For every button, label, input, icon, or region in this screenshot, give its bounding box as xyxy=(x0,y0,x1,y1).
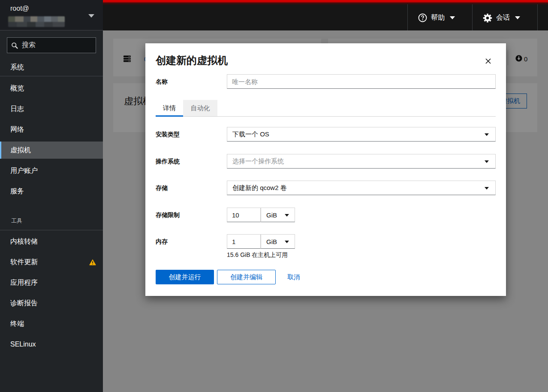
sidebar-item-label: 系统 xyxy=(10,63,24,72)
sidebar-item-label: 软件更新 xyxy=(10,258,38,267)
hostname-redacted xyxy=(8,16,65,27)
close-button[interactable] xyxy=(484,57,492,65)
memory-input[interactable] xyxy=(227,234,261,249)
memory-helper-text: 15.6 GiB 在主机上可用 xyxy=(227,251,288,259)
sidebar-item-label: 网络 xyxy=(10,125,24,134)
sidebar-item-networking[interactable]: 网络 xyxy=(0,121,103,138)
sidebar-item-label: 应用程序 xyxy=(10,278,38,287)
superuser-danger-stripe xyxy=(103,0,548,5)
operating-system-select[interactable]: 选择一个操作系统 xyxy=(227,154,496,169)
chevron-down-icon xyxy=(515,16,520,19)
sidebar-item-virtual-machines[interactable]: 虚拟机 xyxy=(0,142,103,159)
caret-down-icon xyxy=(285,214,289,217)
sidebar-divider xyxy=(0,230,103,230)
sidebar-item-label: 概览 xyxy=(10,84,24,93)
sidebar-item-accounts[interactable]: 用户账户 xyxy=(0,162,103,179)
masthead-divider xyxy=(537,4,538,30)
close-icon xyxy=(485,58,491,64)
sidebar-item-label: 内核转储 xyxy=(10,237,38,246)
dialog-tabs: 详情 自动化 xyxy=(156,100,496,117)
caret-down-icon xyxy=(285,241,289,243)
select-value: GiB xyxy=(266,211,277,219)
chevron-down-icon xyxy=(450,16,455,19)
help-menu-button[interactable]: 帮助 xyxy=(408,5,472,30)
sidebar-item-diagnostic-reports[interactable]: 诊断报告 xyxy=(0,295,103,312)
installation-type-label: 安装类型 xyxy=(156,131,224,139)
gear-icon xyxy=(483,13,492,23)
sidebar-item-terminal[interactable]: 终端 xyxy=(0,315,103,332)
installation-type-select[interactable]: 下载一个 OS xyxy=(227,127,496,142)
help-label: 帮助 xyxy=(431,13,445,22)
sidebar-item-software-updates[interactable]: 软件更新 xyxy=(0,253,103,271)
masthead: 帮助 会话 xyxy=(103,0,548,30)
search-placeholder: 搜索 xyxy=(22,41,36,50)
warning-icon xyxy=(89,259,96,265)
logged-in-user: root@ xyxy=(10,5,29,12)
storage-limit-input[interactable] xyxy=(227,208,261,222)
sidebar-item-label: 日志 xyxy=(10,105,24,114)
vm-name-input[interactable] xyxy=(227,74,496,89)
tab-label: 自动化 xyxy=(191,104,210,112)
help-icon xyxy=(418,13,427,22)
create-vm-dialog: 创建新的虚拟机 名称 详情 自动化 安装类型 下载一个 OS 操作系统 选择一个… xyxy=(145,43,506,296)
storage-label: 存储 xyxy=(156,184,224,192)
select-placeholder: 选择一个操作系统 xyxy=(232,157,284,166)
sidebar-search-input[interactable]: 搜索 xyxy=(7,37,96,53)
select-value: 下载一个 OS xyxy=(232,130,269,139)
sidebar: root@ 搜索 系统 概览 日志 网络 虚拟机 用户账户 xyxy=(0,0,103,392)
memory-label: 内存 xyxy=(156,238,224,246)
tab-label: 详情 xyxy=(163,104,176,112)
sidebar-item-overview[interactable]: 概览 xyxy=(0,80,103,97)
caret-down-icon xyxy=(485,187,489,190)
operating-system-label: 操作系统 xyxy=(156,158,224,166)
memory-unit-select[interactable]: GiB xyxy=(261,234,295,249)
select-value: 创建新的 qcow2 卷 xyxy=(232,184,287,192)
search-icon xyxy=(11,42,18,49)
sidebar-divider xyxy=(0,76,103,76)
sidebar-item-label: 诊断报告 xyxy=(10,299,38,308)
create-and-edit-button[interactable]: 创建并编辑 xyxy=(217,270,276,284)
session-menu-button[interactable]: 会话 xyxy=(473,5,537,30)
sidebar-item-selinux[interactable]: SELinux xyxy=(0,336,103,353)
select-value: GiB xyxy=(266,238,277,245)
storage-limit-unit-select[interactable]: GiB xyxy=(261,208,295,222)
host-switcher[interactable]: root@ xyxy=(0,0,103,30)
dialog-title: 创建新的虚拟机 xyxy=(156,54,228,67)
storage-select[interactable]: 创建新的 qcow2 卷 xyxy=(227,181,496,195)
sidebar-item-logs[interactable]: 日志 xyxy=(0,100,103,118)
sidebar-item-label: 终端 xyxy=(10,320,24,329)
tab-details[interactable]: 详情 xyxy=(156,100,183,117)
sidebar-item-label: 用户账户 xyxy=(10,166,38,175)
sidebar-item-label: SELinux xyxy=(10,341,36,348)
caret-down-icon xyxy=(485,160,489,163)
sidebar-item-applications[interactable]: 应用程序 xyxy=(0,274,103,291)
chevron-down-icon xyxy=(88,14,94,18)
session-label: 会话 xyxy=(496,13,510,22)
storage-limit-label: 存储限制 xyxy=(156,211,224,219)
cockpit-app: root@ 搜索 系统 概览 日志 网络 虚拟机 用户账户 xyxy=(0,0,548,392)
sidebar-item-label: 虚拟机 xyxy=(10,146,31,155)
sidebar-item-label: 服务 xyxy=(10,187,24,196)
tab-automation[interactable]: 自动化 xyxy=(183,100,217,116)
cancel-button[interactable]: 取消 xyxy=(286,270,301,284)
sidebar-item-kernel-dump[interactable]: 内核转储 xyxy=(0,233,103,250)
caret-down-icon xyxy=(485,133,489,136)
sidebar-item-services[interactable]: 服务 xyxy=(0,183,103,200)
sidebar-item-system[interactable]: 系统 xyxy=(0,59,103,76)
sidebar-section-tools: 工具 xyxy=(11,217,97,225)
create-and-run-button[interactable]: 创建并运行 xyxy=(156,270,214,284)
name-label: 名称 xyxy=(156,78,224,86)
